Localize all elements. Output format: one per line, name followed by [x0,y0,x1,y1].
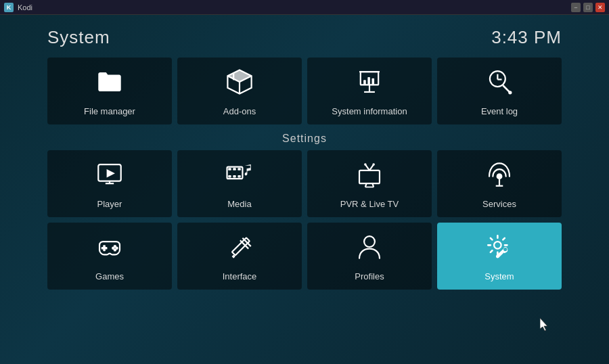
person-icon [355,232,384,266]
profiles-label: Profiles [355,271,384,281]
interface-label: Interface [223,271,257,281]
podcast-icon [484,160,514,194]
system-information-button[interactable]: System information [307,58,432,124]
tv-icon [355,160,384,194]
chart-icon [355,67,384,101]
services-button[interactable]: Services [437,150,562,217]
svg-rect-41 [102,247,108,250]
system-information-label: System information [332,106,407,116]
media-label: Media [227,199,251,209]
add-ons-label: Add-ons [223,106,256,116]
top-row: File manager Add-ons [47,58,562,124]
main-content: System 3:43 PM File manager [0,15,609,364]
add-ons-button[interactable]: Add-ons [177,58,302,124]
svg-point-45 [115,247,118,250]
system-button[interactable]: System [437,223,562,290]
media-icon [225,160,254,194]
settings-section-label: Settings [47,133,562,145]
player-label: Player [97,199,122,209]
svg-line-48 [242,238,250,246]
svg-rect-11 [367,77,370,85]
file-manager-button[interactable]: File manager [47,58,172,124]
svg-point-17 [508,91,512,94]
titlebar-title: Kodi [18,3,32,12]
settings-grid: Player [47,150,562,290]
play-icon [95,160,125,194]
svg-point-37 [497,173,503,179]
event-log-label: Event log [481,106,518,116]
svg-point-50 [364,236,375,247]
svg-point-51 [494,242,501,249]
event-log-button[interactable]: Event log [437,58,562,124]
gear-wrench-icon [484,232,514,266]
folder-icon [95,67,125,101]
svg-rect-26 [228,175,231,178]
pencil-ruler-icon [225,232,254,266]
page-title: System [47,27,110,48]
svg-marker-19 [107,169,115,177]
svg-rect-24 [233,168,235,170]
svg-marker-1 [227,70,251,82]
svg-point-35 [364,163,367,166]
pvr-live-tv-label: PVR & Live TV [340,199,399,209]
svg-point-52 [503,248,507,251]
gamepad-icon [95,232,125,266]
titlebar: K Kodi − □ ✕ [0,0,609,15]
clock: 3:43 PM [491,27,562,48]
interface-button[interactable]: Interface [177,223,302,290]
services-label: Services [482,199,516,209]
pvr-live-tv-button[interactable]: PVR & Live TV [307,150,432,217]
minimize-button[interactable]: − [571,3,581,12]
player-button[interactable]: Player [47,150,172,217]
titlebar-controls[interactable]: − □ ✕ [571,3,605,12]
svg-rect-27 [233,175,235,178]
close-button[interactable]: ✕ [595,3,605,12]
titlebar-left: K Kodi [4,3,32,12]
svg-line-49 [240,240,248,248]
svg-rect-10 [363,80,366,85]
media-button[interactable]: Media [177,150,302,217]
profiles-button[interactable]: Profiles [307,223,432,290]
clock-search-icon [484,67,514,101]
app-header: System 3:43 PM [47,22,562,58]
svg-rect-23 [228,168,231,170]
games-button[interactable]: Games [47,223,172,290]
svg-rect-25 [238,168,240,170]
svg-point-36 [372,163,375,166]
settings-row-2: Games Interface [47,223,562,290]
app-icon: K [4,3,14,12]
svg-rect-12 [372,78,375,85]
system-label: System [484,271,514,281]
maximize-button[interactable]: □ [583,3,593,12]
games-label: Games [95,271,124,281]
svg-rect-29 [359,170,380,183]
settings-row-1: Player [47,150,562,217]
svg-point-44 [112,247,114,250]
box-icon [225,67,254,101]
file-manager-label: File manager [84,106,135,116]
svg-rect-28 [238,175,240,178]
